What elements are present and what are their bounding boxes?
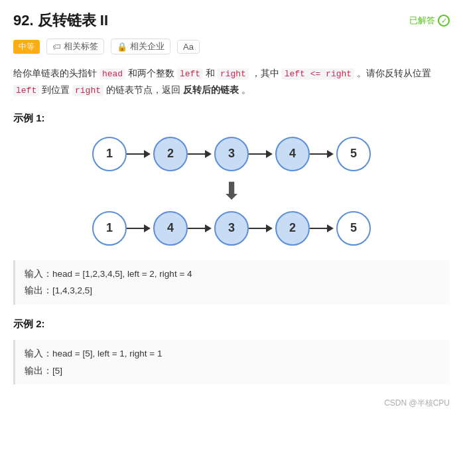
arrow-3-4-top [249,150,275,158]
node-2-bottom: 2 [275,211,310,246]
example1-top-row: 1 2 3 4 5 [92,137,371,171]
solved-label: 已解答 [409,15,435,27]
node-1-bottom: 1 [92,211,127,246]
arrow-1-4-bottom [127,224,153,232]
difficulty-tag: 中等 [13,40,40,54]
node-5-bottom: 5 [336,211,371,246]
node-3-bottom: 3 [214,211,249,246]
arrow-4-5-top [310,150,336,158]
node-3-top: 3 [214,137,249,171]
lock-icon: 🔒 [117,42,127,52]
node-2-top: 2 [153,137,188,171]
example2-input: 输入：head = [5], left = 1, right = 1 [25,345,440,362]
font-label: Aa [183,42,194,52]
node-1-top: 1 [92,137,127,171]
example1-title: 示例 1: [13,112,450,125]
tag-icon: 🏷 [52,42,61,52]
down-arrow-icon: ⬇ [222,179,241,203]
arrow-1-2-top [127,150,153,158]
solved-badge: 已解答 ✓ [409,15,450,27]
arrow-4-3-bottom [188,224,214,232]
watermark: CSDN @半核CPU [13,398,450,409]
node-4-top: 4 [275,137,310,171]
example1-bottom-row: 1 4 3 2 5 [92,211,371,246]
example1-output: 输出：[1,4,3,2,5] [25,282,440,299]
arrow-2-3-top [188,150,214,158]
example2-output: 输出：[5] [25,362,440,380]
example1-box: 输入：head = [1,2,3,4,5], left = 2, right =… [13,260,450,305]
example1-input: 输入：head = [1,2,3,4,5], left = 2, right =… [25,266,440,283]
arrow-3-2-bottom [249,224,275,232]
arrow-2-5-bottom [310,224,336,232]
tags-row: 中等 🏷 相关标签 🔒 相关企业 Aa [13,39,450,54]
node-4-bottom: 4 [153,211,188,246]
down-arrow-container: ⬇ [222,179,241,203]
related-companies-button[interactable]: 🔒 相关企业 [111,39,170,54]
description: 给你单链表的头指针 head 和两个整数 left 和 right ，其中 le… [13,65,450,99]
related-labels-text: 相关标签 [64,40,98,52]
node-5-top: 5 [336,137,371,171]
page-title: 92. 反转链表 II [13,11,108,31]
solved-check-icon: ✓ [438,15,450,27]
example1-diagram: 1 2 3 4 5 ⬇ 1 4 3 2 5 [13,134,450,248]
font-button[interactable]: Aa [177,40,200,54]
example2-title: 示例 2: [13,318,450,331]
related-companies-text: 相关企业 [130,40,165,52]
related-labels-button[interactable]: 🏷 相关标签 [46,39,104,54]
example2-box: 输入：head = [5], left = 1, right = 1 输出：[5… [13,340,450,384]
